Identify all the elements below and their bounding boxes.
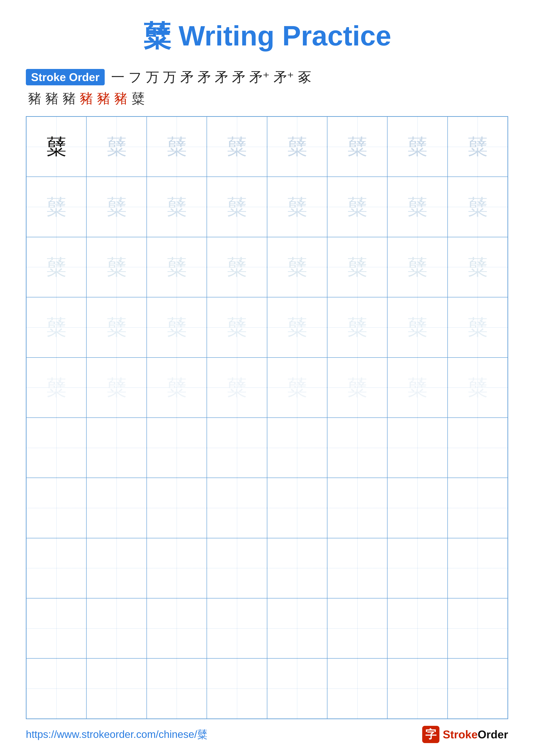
grid-cell-r1c2[interactable]: 糵 — [87, 117, 146, 177]
grid-cell-r3c2[interactable]: 糵 — [87, 237, 146, 297]
grid-cell-r8c4[interactable] — [207, 538, 267, 598]
grid-cell-r4c8[interactable]: 糵 — [447, 297, 508, 357]
grid-cell-r6c5[interactable] — [267, 418, 327, 478]
grid-cell-r5c8[interactable]: 糵 — [447, 358, 508, 418]
grid-cell-r9c6[interactable] — [327, 598, 387, 659]
grid-cell-r9c7[interactable] — [387, 598, 447, 659]
grid-cell-r10c6[interactable] — [327, 659, 387, 718]
grid-cell-r7c1[interactable] — [26, 478, 87, 538]
grid-cell-r8c5[interactable] — [267, 538, 327, 598]
grid-cell-r9c4[interactable] — [207, 598, 267, 659]
grid-cell-r4c4[interactable]: 糵 — [207, 297, 267, 357]
grid-cell-r2c1[interactable]: 糵 — [26, 177, 87, 237]
grid-cell-r2c8[interactable]: 糵 — [447, 177, 508, 237]
char-r4c5: 糵 — [287, 317, 307, 338]
grid-cell-r6c2[interactable] — [87, 418, 146, 478]
grid-cell-r9c3[interactable] — [147, 598, 207, 659]
grid-cell-r6c3[interactable] — [147, 418, 207, 478]
grid-cell-r6c6[interactable] — [327, 418, 387, 478]
char-r5c8: 糵 — [468, 377, 488, 398]
grid-cell-r4c6[interactable]: 糵 — [327, 297, 387, 357]
grid-cell-r1c4[interactable]: 糵 — [207, 117, 267, 177]
grid-cell-r4c2[interactable]: 糵 — [87, 297, 146, 357]
grid-cell-r6c8[interactable] — [447, 418, 508, 478]
char-r1c8: 糵 — [468, 136, 488, 157]
grid-cell-r3c7[interactable]: 糵 — [387, 237, 447, 297]
grid-cell-r7c6[interactable] — [327, 478, 387, 538]
logo-text-order: Order — [477, 728, 508, 741]
grid-cell-r4c5[interactable]: 糵 — [267, 297, 327, 357]
char-r3c2: 糵 — [106, 257, 127, 277]
footer-url[interactable]: https://www.strokeorder.com/chinese/糵 — [26, 728, 207, 741]
stroke-5: 矛 — [180, 68, 194, 86]
grid-cell-r1c3[interactable]: 糵 — [147, 117, 207, 177]
grid-cell-r3c5[interactable]: 糵 — [267, 237, 327, 297]
grid-cell-r7c3[interactable] — [147, 478, 207, 538]
stroke-6: 矛 — [197, 68, 211, 86]
grid-cell-r8c7[interactable] — [387, 538, 447, 598]
grid-cell-r8c6[interactable] — [327, 538, 387, 598]
grid-cell-r7c5[interactable] — [267, 478, 327, 538]
grid-cell-r8c3[interactable] — [147, 538, 207, 598]
grid-cell-r5c4[interactable]: 糵 — [207, 358, 267, 418]
stroke-sequence-row1: 一 フ 万 万 矛 矛 矛 矛 矛⁺ 矛⁺ 豖 — [111, 68, 311, 86]
grid-cell-r5c5[interactable]: 糵 — [267, 358, 327, 418]
grid-cell-r8c2[interactable] — [87, 538, 146, 598]
grid-cell-r9c8[interactable] — [447, 598, 508, 659]
grid-cell-r4c7[interactable]: 糵 — [387, 297, 447, 357]
char-r2c7: 糵 — [407, 197, 428, 217]
grid-cell-r5c2[interactable]: 糵 — [87, 358, 146, 418]
grid-cell-r2c3[interactable]: 糵 — [147, 177, 207, 237]
practice-grid: 糵 糵 糵 糵 糵 糵 糵 糵 糵 糵 糵 — [26, 116, 508, 719]
grid-cell-r9c5[interactable] — [267, 598, 327, 659]
grid-cell-r5c3[interactable]: 糵 — [147, 358, 207, 418]
grid-cell-r8c8[interactable] — [447, 538, 508, 598]
char-r1c2: 糵 — [106, 136, 127, 157]
grid-cell-r6c4[interactable] — [207, 418, 267, 478]
grid-cell-r3c6[interactable]: 糵 — [327, 237, 387, 297]
logo-text-stroke: Stroke — [443, 728, 478, 741]
grid-cell-r3c8[interactable]: 糵 — [447, 237, 508, 297]
grid-cell-r10c5[interactable] — [267, 659, 327, 718]
grid-cell-r8c1[interactable] — [26, 538, 87, 598]
char-r1c5: 糵 — [287, 136, 307, 157]
grid-cell-r2c4[interactable]: 糵 — [207, 177, 267, 237]
grid-cell-r1c7[interactable]: 糵 — [387, 117, 447, 177]
char-r2c8: 糵 — [468, 197, 488, 217]
grid-cell-r4c1[interactable]: 糵 — [26, 297, 87, 357]
grid-cell-r10c1[interactable] — [26, 659, 87, 718]
stroke-seq-7: 糵 — [131, 90, 145, 108]
grid-cell-r5c7[interactable]: 糵 — [387, 358, 447, 418]
stroke-seq-2: 豬 — [45, 90, 59, 108]
grid-cell-r7c7[interactable] — [387, 478, 447, 538]
grid-cell-r1c6[interactable]: 糵 — [327, 117, 387, 177]
grid-cell-r7c4[interactable] — [207, 478, 267, 538]
grid-cell-r10c7[interactable] — [387, 659, 447, 718]
grid-cell-r6c7[interactable] — [387, 418, 447, 478]
grid-cell-r1c5[interactable]: 糵 — [267, 117, 327, 177]
grid-cell-r3c4[interactable]: 糵 — [207, 237, 267, 297]
grid-cell-r10c8[interactable] — [447, 659, 508, 718]
grid-cell-r3c1[interactable]: 糵 — [26, 237, 87, 297]
grid-cell-r2c7[interactable]: 糵 — [387, 177, 447, 237]
grid-cell-r4c3[interactable]: 糵 — [147, 297, 207, 357]
grid-cell-r2c2[interactable]: 糵 — [87, 177, 146, 237]
grid-cell-r7c2[interactable] — [87, 478, 146, 538]
grid-cell-r2c6[interactable]: 糵 — [327, 177, 387, 237]
grid-cell-r1c8[interactable]: 糵 — [447, 117, 508, 177]
grid-cell-r7c8[interactable] — [447, 478, 508, 538]
grid-cell-r9c2[interactable] — [87, 598, 146, 659]
grid-cell-r10c2[interactable] — [87, 659, 146, 718]
char-r2c5: 糵 — [287, 197, 307, 217]
grid-cell-r10c3[interactable] — [147, 659, 207, 718]
grid-cell-r10c4[interactable] — [207, 659, 267, 718]
char-r3c5: 糵 — [287, 257, 307, 277]
grid-cell-r5c1[interactable]: 糵 — [26, 358, 87, 418]
grid-cell-r3c3[interactable]: 糵 — [147, 237, 207, 297]
grid-cell-r1c1[interactable]: 糵 — [26, 117, 87, 177]
grid-cell-r6c1[interactable] — [26, 418, 87, 478]
grid-cell-r2c5[interactable]: 糵 — [267, 177, 327, 237]
stroke-seq-4: 豬 — [80, 90, 93, 108]
grid-cell-r9c1[interactable] — [26, 598, 87, 659]
grid-cell-r5c6[interactable]: 糵 — [327, 358, 387, 418]
